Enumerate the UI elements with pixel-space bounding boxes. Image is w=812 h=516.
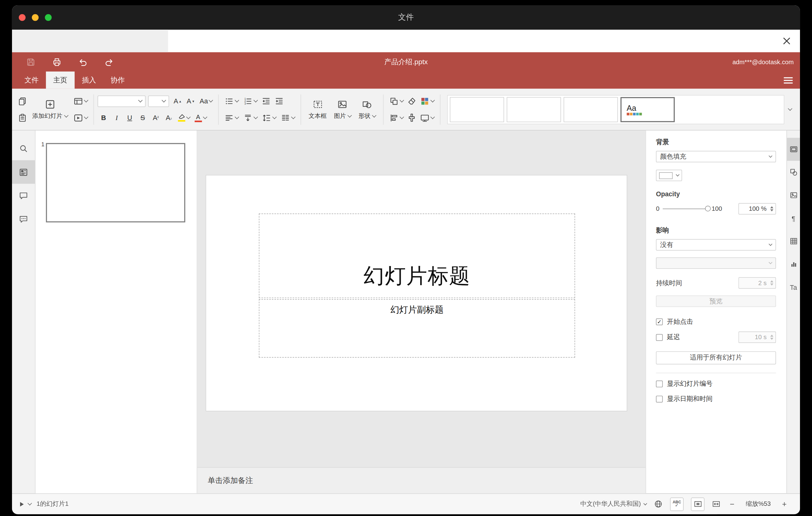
duration-spinner[interactable]: 2 s xyxy=(738,277,776,289)
print-button[interactable] xyxy=(52,57,62,67)
font-color-button[interactable]: A xyxy=(192,111,208,124)
chevron-down-icon xyxy=(84,98,88,103)
numbered-list-button[interactable]: 123 xyxy=(241,95,259,107)
opacity-spinner[interactable]: 100 % xyxy=(738,203,776,214)
highlight-color-button[interactable] xyxy=(176,111,192,124)
clear-style-button[interactable] xyxy=(405,95,418,107)
slide-size-button[interactable] xyxy=(418,111,436,124)
spell-check-button[interactable]: ABC ✓ xyxy=(670,497,684,511)
increase-font-button[interactable]: A▲ xyxy=(172,95,184,107)
spinner-arrows-icon[interactable] xyxy=(770,204,774,214)
add-slide-button[interactable]: 添加幻灯片 xyxy=(29,93,71,126)
slide-subtitle-placeholder[interactable]: 幻灯片副标题 xyxy=(259,299,575,357)
spinner-arrows-icon[interactable] xyxy=(770,278,774,288)
decrease-indent-button[interactable] xyxy=(260,95,273,107)
font-name-select[interactable] xyxy=(97,95,145,107)
change-case-button[interactable]: Aa xyxy=(198,95,215,107)
preview-button[interactable]: 预览 xyxy=(656,295,776,307)
bold-button[interactable]: B xyxy=(97,111,110,124)
apply-to-all-slides-button[interactable]: 适用于所有幻灯片 xyxy=(656,351,776,364)
start-slideshow-status-button[interactable] xyxy=(18,500,31,508)
textart-settings-button[interactable]: Ta xyxy=(787,276,800,298)
slides-panel-button[interactable] xyxy=(12,160,35,183)
tab-collaboration[interactable]: 协作 xyxy=(103,71,132,89)
hamburger-menu-button[interactable] xyxy=(784,71,793,89)
align-shape-button[interactable] xyxy=(387,111,405,124)
fit-width-button[interactable] xyxy=(712,500,721,509)
copy-style-button[interactable] xyxy=(405,111,418,124)
tab-insert[interactable]: 插入 xyxy=(75,71,103,89)
chat-panel-button[interactable] xyxy=(12,207,35,231)
theme-thumbnail[interactable] xyxy=(506,97,561,122)
paste-button[interactable] xyxy=(16,111,29,124)
save-button[interactable] xyxy=(26,57,36,67)
show-date-time-checkbox[interactable] xyxy=(656,396,663,402)
chevron-down-icon xyxy=(769,260,773,264)
theme-thumbnail-selected[interactable]: Aa xyxy=(620,97,675,122)
show-slide-number-checkbox[interactable] xyxy=(656,380,663,387)
start-on-click-checkbox[interactable]: ✓ xyxy=(656,318,663,325)
delay-checkbox[interactable] xyxy=(656,334,663,341)
search-panel-button[interactable] xyxy=(12,137,35,160)
start-slideshow-button[interactable] xyxy=(71,111,89,124)
effect-type-select[interactable] xyxy=(656,257,776,269)
superscript-button[interactable]: A² xyxy=(150,111,162,124)
delay-spinner[interactable]: 10 s xyxy=(738,332,776,343)
zoom-in-button[interactable]: + xyxy=(780,500,788,509)
chart-settings-button[interactable] xyxy=(787,253,800,276)
strikeout-button[interactable]: S xyxy=(136,111,149,124)
vertical-align-button[interactable] xyxy=(241,111,259,124)
color-scheme-icon xyxy=(420,96,429,106)
slide-thumbnail[interactable] xyxy=(46,143,185,222)
language-button[interactable]: 中文(中华人民共和国) xyxy=(580,500,647,509)
shape-settings-button[interactable] xyxy=(787,161,800,183)
background-color-select[interactable] xyxy=(656,170,682,181)
close-dialog-button[interactable] xyxy=(780,34,793,48)
tab-file[interactable]: 文件 xyxy=(17,71,46,89)
opacity-slider[interactable] xyxy=(663,208,707,209)
duration-value: 2 s xyxy=(758,279,767,287)
chevron-down-icon xyxy=(235,98,239,103)
slide-editor-area[interactable]: 幻灯片标题 幻灯片副标题 单击添加备注 xyxy=(197,131,645,493)
increase-indent-button[interactable] xyxy=(273,95,286,107)
theme-thumbnail[interactable] xyxy=(450,97,504,122)
font-size-select[interactable] xyxy=(148,95,169,107)
color-scheme-button[interactable] xyxy=(418,95,436,107)
slide-settings-button[interactable] xyxy=(787,138,800,161)
redo-button[interactable] xyxy=(104,57,114,67)
copy-button[interactable] xyxy=(16,95,29,107)
comments-panel-button[interactable] xyxy=(12,183,35,207)
underline-button[interactable]: U xyxy=(123,111,136,124)
subscript-button[interactable]: A₂ xyxy=(163,111,175,124)
zoom-out-button[interactable]: − xyxy=(728,500,736,509)
slide-layout-button[interactable] xyxy=(71,95,89,107)
effect-select[interactable]: 没有 xyxy=(656,239,776,251)
theme-gallery-expand-button[interactable] xyxy=(784,95,796,124)
italic-button[interactable]: I xyxy=(111,111,123,124)
horizontal-align-button[interactable] xyxy=(223,111,241,124)
set-language-button[interactable] xyxy=(654,500,663,509)
line-spacing-button[interactable] xyxy=(260,111,278,124)
image-settings-button[interactable] xyxy=(787,183,800,206)
slide-canvas[interactable]: 幻灯片标题 幻灯片副标题 xyxy=(205,175,627,411)
opacity-slider-knob[interactable] xyxy=(705,205,711,211)
close-icon xyxy=(782,36,791,46)
spinner-arrows-icon[interactable] xyxy=(770,332,774,343)
arrange-shape-button[interactable] xyxy=(387,95,405,107)
insert-shape-button[interactable]: 形状 xyxy=(355,93,379,126)
decrease-font-button[interactable]: A▼ xyxy=(184,95,197,107)
insert-textbox-button[interactable]: 文本框 xyxy=(305,93,330,126)
theme-thumbnail[interactable] xyxy=(564,97,618,122)
tab-home[interactable]: 主页 xyxy=(46,71,75,89)
paragraph-settings-button[interactable]: ¶ xyxy=(787,207,800,230)
image-icon xyxy=(337,99,348,110)
fit-slide-button[interactable] xyxy=(691,497,705,511)
insert-image-button[interactable]: 图片 xyxy=(330,93,355,126)
notes-input[interactable]: 单击添加备注 xyxy=(197,467,645,493)
bullet-list-button[interactable] xyxy=(223,95,241,107)
columns-button[interactable] xyxy=(279,111,297,124)
undo-button[interactable] xyxy=(78,57,88,67)
table-settings-button[interactable] xyxy=(787,230,800,253)
background-fill-select[interactable]: 颜色填充 xyxy=(656,151,776,162)
slide-title-placeholder[interactable]: 幻灯片标题 xyxy=(259,213,575,298)
